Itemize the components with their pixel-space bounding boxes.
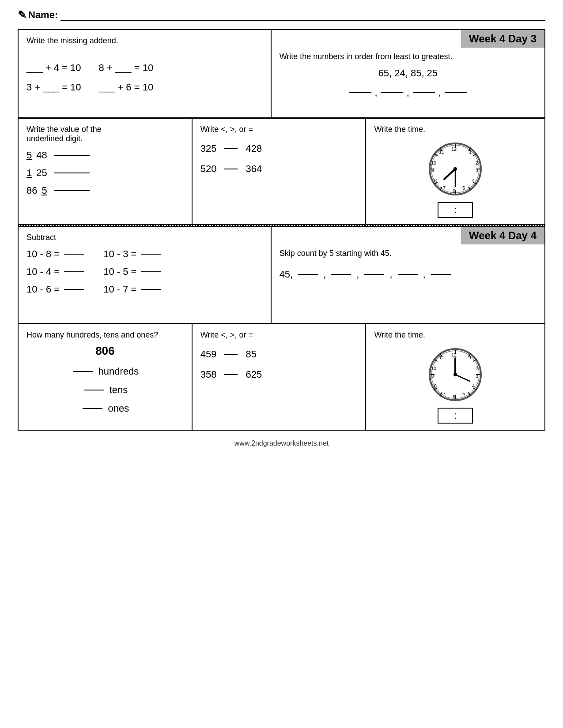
digit-problem-1: 548: [26, 150, 184, 161]
compare-2: 520 364: [200, 163, 358, 175]
compare-4: 358 625: [200, 369, 358, 380]
sub-eq-2b: 10 - 5 =: [103, 266, 162, 278]
svg-text:1: 1: [469, 149, 472, 154]
svg-text:5: 5: [462, 391, 465, 396]
digit-problem-3: 865: [26, 185, 184, 196]
compare-blank-4[interactable]: [224, 374, 238, 375]
svg-point-57: [453, 373, 457, 376]
sec4-col2-instruction: Write <, >, or =: [200, 330, 358, 340]
sec4-col1-instruction: How many hundreds, tens and ones?: [26, 330, 184, 340]
digit-problem-2: 125: [26, 167, 184, 179]
sec2-col1-instruction: Write the value of theunderlined digit.: [26, 125, 184, 143]
skip-blank-5[interactable]: [431, 274, 451, 275]
skip-blank-4[interactable]: [398, 274, 418, 275]
svg-text:3: 3: [476, 373, 478, 379]
sub-eq-1a: 10 - 8 =: [26, 248, 86, 260]
svg-text:9: 9: [431, 373, 434, 379]
svg-text:10: 10: [431, 160, 436, 165]
order-blank-1[interactable]: [349, 92, 371, 93]
compare-3: 459 85: [200, 349, 358, 360]
compare-blank-2[interactable]: [224, 169, 238, 169]
name-label: Name:: [28, 9, 58, 21]
order-blank-2[interactable]: [381, 92, 403, 93]
svg-text:1: 1: [469, 355, 472, 360]
hto-tens: tens: [83, 384, 128, 396]
svg-point-28: [453, 167, 457, 171]
order-blank-4[interactable]: [445, 92, 467, 93]
sec2-col2-instruction: Write <, >, or =: [200, 125, 358, 134]
svg-text:4: 4: [472, 383, 475, 389]
sec1-right-instruction: Write the numbers in order from least to…: [280, 52, 537, 61]
svg-text:7: 7: [443, 185, 446, 191]
clock-svg-1: 12 1 2 3 4 5 6 7 8 9 10 11: [427, 140, 484, 198]
svg-text:12: 12: [451, 146, 457, 152]
pencil-icon: ✎: [18, 9, 26, 21]
svg-text:8: 8: [434, 178, 437, 183]
equation-1b: 8 + ___ = 10: [99, 62, 154, 74]
compare-blank-1[interactable]: [224, 148, 238, 149]
clock-1: 12 1 2 3 4 5 6 7 8 9 10 11: [427, 140, 484, 218]
svg-text:6: 6: [453, 394, 455, 399]
hto-number: 806: [95, 344, 114, 358]
equation-2b: ___ + 6 = 10: [99, 82, 154, 93]
svg-text:4: 4: [472, 178, 475, 183]
compare-blank-3[interactable]: [224, 354, 238, 355]
compare-1: 325 428: [200, 143, 358, 154]
svg-text:12: 12: [451, 352, 457, 357]
svg-text:9: 9: [431, 168, 434, 173]
svg-text:5: 5: [462, 185, 465, 191]
svg-text:11: 11: [439, 355, 444, 360]
svg-text:3: 3: [476, 168, 478, 173]
sub-eq-1b: 10 - 3 =: [103, 248, 162, 260]
skip-count-line: 45, , , , ,: [280, 269, 537, 280]
skip-blank-2[interactable]: [331, 274, 351, 275]
digit-blank-3[interactable]: [54, 190, 90, 191]
equation-2a: 3 + ___ = 10: [26, 82, 81, 93]
numbers-to-order: 65, 24, 85, 25: [280, 68, 537, 79]
order-blank-3[interactable]: [413, 92, 435, 93]
clock-2: 12 1 2 3 4 5 6 7 8 9 10 11: [427, 346, 484, 424]
skip-blank-1[interactable]: [298, 274, 318, 275]
svg-text:6: 6: [453, 188, 455, 194]
clock-svg-2: 12 1 2 3 4 5 6 7 8 9 10 11: [427, 346, 484, 403]
digit-blank-1[interactable]: [54, 155, 90, 156]
sub-eq-2a: 10 - 4 =: [26, 266, 86, 278]
week-badge-1: Week 4 Day 3: [461, 30, 544, 48]
sub-eq-3b: 10 - 7 =: [103, 284, 162, 295]
svg-text:7: 7: [443, 391, 446, 396]
time-box-2[interactable]: :: [438, 408, 473, 424]
week-badge-2: Week 4 Day 4: [461, 227, 544, 244]
sec4-col3-instruction: Write the time.: [374, 330, 425, 340]
digit-blank-2[interactable]: [54, 173, 90, 173]
hto-hundreds: hundreds: [71, 366, 139, 377]
sec3-left-instruction: Subtract: [26, 233, 263, 242]
sec1-left-instruction: Write the missing addend.: [26, 36, 263, 45]
name-input-line[interactable]: [60, 9, 545, 21]
skip-blank-3[interactable]: [364, 274, 384, 275]
sub-eq-3a: 10 - 6 =: [26, 284, 86, 295]
sec2-col3-instruction: Write the time.: [374, 125, 425, 134]
equation-1a: ___ + 4 = 10: [26, 62, 81, 74]
hto-ones: ones: [81, 403, 129, 414]
svg-text:8: 8: [434, 383, 437, 389]
time-box-1[interactable]: :: [438, 202, 473, 218]
svg-text:2: 2: [476, 366, 478, 371]
svg-text:11: 11: [439, 149, 444, 154]
svg-text:2: 2: [476, 160, 478, 165]
footer: www.2ndgradeworksheets.net: [18, 439, 545, 447]
sec3-right-instruction: Skip count by 5 starting with 45.: [280, 249, 537, 258]
svg-text:10: 10: [431, 366, 436, 371]
